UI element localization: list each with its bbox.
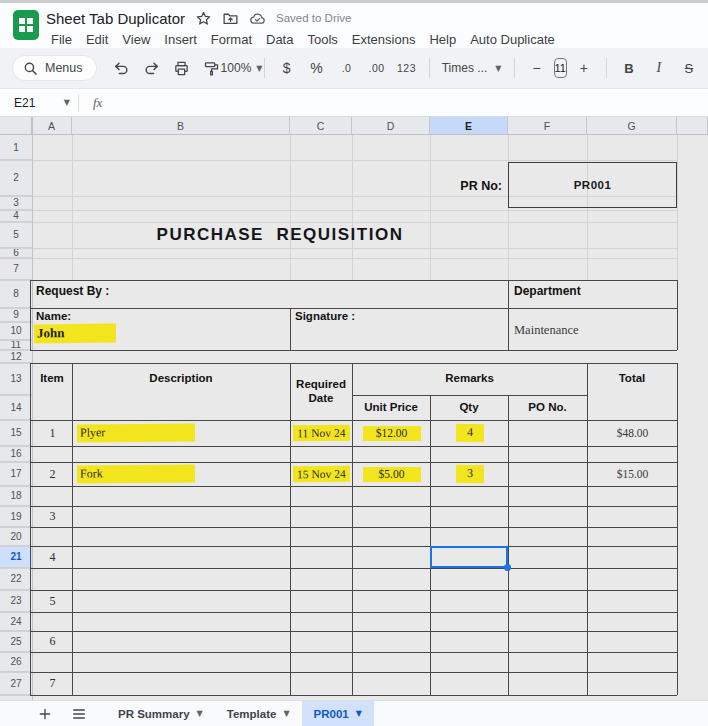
header-unit-price-cell[interactable]: Unit Price: [352, 395, 430, 420]
cell-item-A27[interactable]: 7: [34, 672, 71, 695]
italic-button[interactable]: I: [646, 55, 672, 81]
menu-view[interactable]: View: [115, 30, 157, 49]
row-header-14[interactable]: 14: [0, 395, 32, 420]
print-button[interactable]: [169, 55, 195, 81]
menu-extensions[interactable]: Extensions: [345, 30, 423, 49]
cell-unit-price-D17[interactable]: $5.00: [354, 462, 429, 486]
increase-decimal-button[interactable]: .00: [364, 55, 390, 81]
font-family-selector[interactable]: Times ...▼: [439, 55, 505, 81]
menu-help[interactable]: Help: [422, 30, 463, 49]
sheet-tab-template[interactable]: Template▼: [215, 701, 302, 726]
sheets-logo-icon[interactable]: [13, 10, 39, 40]
row-header-1[interactable]: 1: [0, 135, 32, 160]
undo-button[interactable]: [109, 55, 135, 81]
decrease-decimal-button[interactable]: .0: [334, 55, 360, 81]
row-header-2[interactable]: 2: [0, 160, 32, 196]
header-qty-cell[interactable]: Qty: [430, 395, 508, 420]
row-header-3[interactable]: 3: [0, 196, 32, 210]
row-header-23[interactable]: 23: [0, 590, 32, 612]
name-value-cell[interactable]: John: [34, 323, 116, 343]
fill-handle[interactable]: [504, 564, 511, 571]
format-currency-button[interactable]: $: [274, 55, 300, 81]
menu-edit[interactable]: Edit: [79, 30, 115, 49]
row-header-5[interactable]: 5: [0, 222, 32, 248]
column-header-F[interactable]: F: [508, 117, 587, 135]
cell-item-A21[interactable]: 4: [34, 546, 71, 568]
sheet-tab-pr001[interactable]: PR001▼: [302, 701, 374, 726]
select-all-corner[interactable]: [0, 117, 32, 135]
cell-item-A23[interactable]: 5: [34, 590, 71, 612]
row-header-21[interactable]: 21: [0, 546, 32, 568]
all-sheets-button[interactable]: [66, 703, 92, 725]
menu-auto-duplicate[interactable]: Auto Duplicate: [463, 30, 562, 49]
column-header-C[interactable]: C: [290, 117, 352, 135]
column-header-D[interactable]: D: [352, 117, 430, 135]
row-header-27[interactable]: 27: [0, 672, 32, 695]
row-header-4[interactable]: 4: [0, 210, 32, 222]
menu-tools[interactable]: Tools: [300, 30, 344, 49]
cell-item-A17[interactable]: 2: [34, 462, 71, 486]
redo-button[interactable]: [139, 55, 165, 81]
cell-total-G17[interactable]: $15.00: [589, 462, 676, 486]
row-header-9[interactable]: 9: [0, 308, 32, 322]
row-header-12[interactable]: 12: [0, 350, 32, 363]
row-header-17[interactable]: 17: [0, 462, 32, 486]
header-item-cell[interactable]: Item: [32, 363, 72, 395]
cell-qty-E15[interactable]: 4: [432, 420, 507, 446]
row-header-6[interactable]: 6: [0, 248, 32, 258]
name-label-cell[interactable]: Name:: [36, 310, 71, 322]
row-header-8[interactable]: 8: [0, 280, 32, 308]
column-header-B[interactable]: B: [72, 117, 290, 135]
decrease-font-size-button[interactable]: −: [524, 55, 550, 81]
row-header-26[interactable]: 26: [0, 652, 32, 672]
cell-total-G15[interactable]: $48.00: [589, 420, 676, 446]
row-header-7[interactable]: 7: [0, 258, 32, 280]
name-box[interactable]: E21 ▼: [0, 96, 78, 110]
cell-date-C17[interactable]: 15 Nov 24: [292, 462, 351, 486]
column-header-G[interactable]: G: [587, 117, 677, 135]
column-header-stub[interactable]: [677, 117, 708, 135]
form-title-cell[interactable]: PURCHASE REQUISITION: [62, 222, 498, 248]
menu-insert[interactable]: Insert: [157, 30, 204, 49]
row-header-18[interactable]: 18: [0, 486, 32, 506]
row-header-25[interactable]: 25: [0, 631, 32, 652]
pr-no-label-cell[interactable]: PR No:: [352, 172, 502, 200]
cell-description-B17[interactable]: Fork: [74, 462, 289, 486]
department-value-cell[interactable]: Maintenance: [514, 323, 579, 338]
selected-cell-outline[interactable]: [430, 546, 508, 568]
cell-item-A15[interactable]: 1: [34, 420, 71, 446]
cell-item-A19[interactable]: 3: [34, 506, 71, 527]
zoom-control[interactable]: 100%▼: [229, 55, 255, 81]
font-size-input[interactable]: 11: [554, 58, 567, 78]
row-header-16[interactable]: 16: [0, 446, 32, 462]
format-percent-button[interactable]: %: [304, 55, 330, 81]
strikethrough-button[interactable]: S: [676, 55, 702, 81]
row-header-22[interactable]: 22: [0, 568, 32, 590]
signature-label-cell[interactable]: Signature :: [295, 310, 355, 322]
header-required-date-cell[interactable]: Required Date: [293, 363, 349, 420]
menu-data[interactable]: Data: [259, 30, 300, 49]
header-total-cell[interactable]: Total: [587, 363, 677, 395]
cell-description-B15[interactable]: Plyer: [74, 420, 289, 446]
menu-format[interactable]: Format: [204, 30, 259, 49]
column-header-A[interactable]: A: [32, 117, 72, 135]
menu-file[interactable]: File: [44, 30, 79, 49]
document-title[interactable]: Sheet Tab Duplicator: [46, 10, 185, 27]
row-header-20[interactable]: 20: [0, 527, 32, 546]
menus-search-button[interactable]: Menus: [12, 55, 97, 81]
column-header-E[interactable]: E: [430, 117, 508, 135]
department-label-cell[interactable]: Department: [514, 284, 581, 298]
row-header-10[interactable]: 10: [0, 322, 32, 340]
row-header-24[interactable]: 24: [0, 612, 32, 631]
move-folder-icon[interactable]: [222, 10, 239, 27]
cell-unit-price-D15[interactable]: $12.00: [354, 420, 429, 446]
row-header-11[interactable]: 11: [0, 340, 32, 350]
header-po-no-cell[interactable]: PO No.: [508, 395, 587, 420]
header-description-cell[interactable]: Description: [72, 363, 290, 395]
request-by-label-cell[interactable]: Request By :: [36, 284, 109, 298]
more-formats-button[interactable]: 123: [394, 55, 420, 81]
cell-item-A25[interactable]: 6: [34, 631, 71, 652]
cell-date-C15[interactable]: 11 Nov 24: [292, 420, 351, 446]
bold-button[interactable]: B: [616, 55, 642, 81]
row-header-15[interactable]: 15: [0, 420, 32, 446]
